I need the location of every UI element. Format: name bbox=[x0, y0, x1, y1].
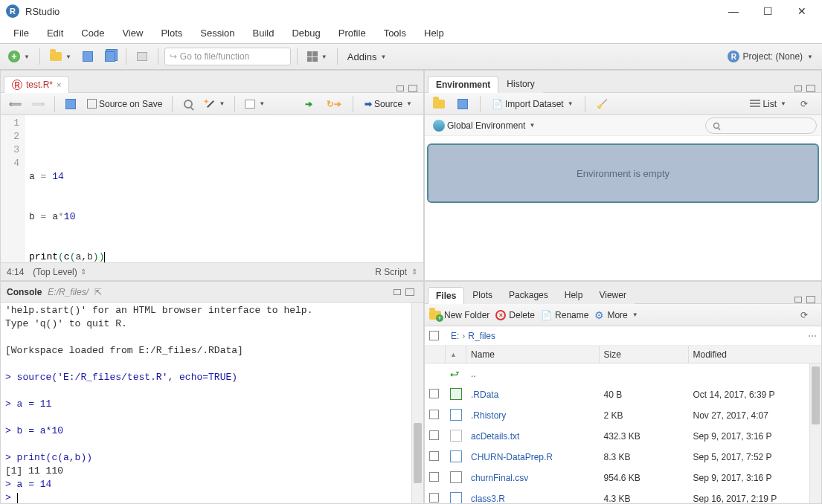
tab-files[interactable]: Files bbox=[428, 287, 464, 304]
file-row[interactable]: class3.R4.3 KBSep 16, 2017, 2:19 P bbox=[425, 488, 821, 503]
minimize-pane-icon[interactable] bbox=[794, 85, 802, 91]
console-path: E:/R_files/ bbox=[48, 287, 89, 297]
tab-help[interactable]: Help bbox=[556, 286, 591, 304]
file-type[interactable]: R Script bbox=[375, 267, 407, 277]
env-scope-bar: Global Environment▼ bbox=[425, 115, 821, 136]
refresh-files-button[interactable]: ⟳ bbox=[794, 306, 814, 325]
folder-plus-icon: + bbox=[429, 311, 441, 320]
tab-viewer[interactable]: Viewer bbox=[591, 286, 634, 304]
code-area[interactable]: a = 14 b = a*10 print(c(a,b)) bbox=[25, 115, 105, 262]
minimize-pane-icon[interactable] bbox=[394, 289, 401, 295]
menu-plots[interactable]: Plots bbox=[153, 25, 190, 42]
col-size[interactable]: Size bbox=[600, 346, 689, 363]
files-scrollbar[interactable] bbox=[809, 364, 821, 503]
col-modified[interactable]: Modified bbox=[689, 346, 822, 363]
file-row[interactable]: .Rhistory2 KBNov 27, 2017, 4:07 bbox=[425, 405, 821, 426]
close-button[interactable]: ✕ bbox=[792, 5, 812, 17]
file-row[interactable]: CHURN-DataPrep.R8.3 KBSep 5, 2017, 7:52 … bbox=[425, 447, 821, 468]
breadcrumb-folder[interactable]: R_files bbox=[468, 331, 495, 341]
menu-build[interactable]: Build bbox=[245, 25, 282, 42]
menu-debug[interactable]: Debug bbox=[284, 25, 327, 42]
breadcrumb-drive[interactable]: E: bbox=[451, 331, 459, 341]
find-button[interactable] bbox=[179, 94, 198, 114]
addins-button[interactable]: Addins▼ bbox=[344, 47, 391, 66]
console-scrollbar[interactable] bbox=[411, 303, 423, 503]
save-workspace-button[interactable] bbox=[453, 94, 472, 114]
refresh-env-button[interactable]: ⟳ bbox=[794, 94, 814, 114]
source-script-button[interactable]: ➡Source▼ bbox=[361, 94, 416, 114]
broom-icon: 🧹 bbox=[597, 98, 609, 110]
import-dataset-button[interactable]: 📄Import Dataset▼ bbox=[488, 94, 577, 114]
breadcrumb-more[interactable]: ⋯ bbox=[808, 331, 817, 341]
goto-file-input[interactable]: ↪Go to file/function bbox=[164, 48, 291, 65]
checkbox-icon bbox=[87, 99, 97, 109]
line-gutter: 1 2 3 4 bbox=[1, 115, 25, 262]
list-view-button[interactable]: List▼ bbox=[746, 94, 790, 114]
tab-packages[interactable]: Packages bbox=[501, 286, 556, 304]
source-tab-test[interactable]: R test.R* × bbox=[4, 76, 69, 93]
env-search-input[interactable] bbox=[705, 117, 817, 134]
console-popout-icon[interactable]: ⇱ bbox=[94, 287, 102, 297]
file-checkbox[interactable] bbox=[429, 389, 439, 398]
close-tab-icon[interactable]: × bbox=[57, 80, 61, 89]
select-all-checkbox[interactable] bbox=[429, 331, 439, 340]
menu-tools[interactable]: Tools bbox=[376, 25, 414, 42]
save-script-button[interactable] bbox=[61, 94, 80, 114]
more-button[interactable]: ⚙More▼ bbox=[594, 309, 638, 321]
compile-button[interactable]: ▼ bbox=[241, 94, 269, 114]
minimize-pane-icon[interactable] bbox=[396, 85, 404, 91]
file-checkbox[interactable] bbox=[429, 493, 439, 503]
wand-button[interactable]: ▼ bbox=[201, 94, 228, 114]
open-file-button[interactable]: ▼ bbox=[46, 47, 75, 66]
scope-selector[interactable]: (Top Level)⇕ bbox=[33, 267, 86, 277]
menu-profile[interactable]: Profile bbox=[331, 25, 373, 42]
file-row[interactable]: acDetails.txt432.3 KBSep 9, 2017, 3:16 P bbox=[425, 426, 821, 447]
maximize-pane-icon[interactable] bbox=[405, 288, 414, 296]
menubar: File Edit Code View Plots Session Build … bbox=[0, 22, 822, 43]
forward-button[interactable]: ⟹ bbox=[28, 94, 48, 114]
print-button[interactable] bbox=[132, 47, 152, 66]
code-editor[interactable]: 1 2 3 4 a = 14 b = a*10 print(c(a,b)) bbox=[1, 115, 423, 262]
back-button[interactable]: ⟸ bbox=[5, 94, 25, 114]
workspace-panes-button[interactable]: ▼ bbox=[304, 47, 331, 66]
file-row[interactable]: .RData40 BOct 14, 2017, 6:39 P bbox=[425, 384, 821, 405]
new-file-button[interactable]: +▼ bbox=[4, 47, 33, 66]
run-button[interactable]: ➔ bbox=[299, 94, 318, 114]
source-on-save-check[interactable]: Source on Save bbox=[83, 94, 166, 114]
menu-code[interactable]: Code bbox=[74, 25, 112, 42]
tab-history[interactable]: History bbox=[498, 75, 542, 93]
grid-icon bbox=[307, 51, 318, 62]
menu-help[interactable]: Help bbox=[417, 25, 452, 42]
project-selector[interactable]: R Project: (None) ▼ bbox=[723, 51, 818, 62]
col-name[interactable]: Name bbox=[466, 346, 600, 363]
save-all-button[interactable] bbox=[100, 47, 120, 66]
main-toolbar: +▼ ▼ ↪Go to file/function ▼ Addins▼ R Pr… bbox=[0, 43, 822, 70]
clear-workspace-button[interactable]: 🧹 bbox=[593, 94, 612, 114]
file-row-up[interactable]: ⮐ .. bbox=[425, 364, 821, 384]
env-scope-selector[interactable]: Global Environment▼ bbox=[429, 116, 539, 135]
load-workspace-button[interactable] bbox=[429, 94, 449, 114]
minimize-button[interactable]: — bbox=[724, 5, 743, 17]
rename-button[interactable]: 📄Rename bbox=[541, 310, 588, 320]
minimize-pane-icon[interactable] bbox=[794, 297, 802, 303]
maximize-button[interactable]: ☐ bbox=[758, 5, 777, 17]
menu-view[interactable]: View bbox=[115, 25, 150, 42]
file-checkbox[interactable] bbox=[429, 410, 439, 419]
console-body[interactable]: 'help.start()' for an HTML browser inter… bbox=[1, 303, 423, 503]
file-checkbox[interactable] bbox=[429, 472, 439, 482]
menu-session[interactable]: Session bbox=[193, 25, 242, 42]
new-folder-button[interactable]: +New Folder bbox=[429, 310, 489, 320]
maximize-pane-icon[interactable] bbox=[806, 85, 815, 92]
rerun-button[interactable]: ↻➔ bbox=[323, 94, 345, 114]
menu-file[interactable]: File bbox=[6, 25, 36, 42]
delete-button[interactable]: ×Delete bbox=[495, 310, 535, 320]
maximize-pane-icon[interactable] bbox=[806, 296, 815, 303]
save-button[interactable] bbox=[78, 47, 97, 66]
tab-environment[interactable]: Environment bbox=[428, 76, 498, 93]
maximize-pane-icon[interactable] bbox=[408, 85, 417, 92]
file-row[interactable]: churnFinal.csv954.6 KBSep 9, 2017, 3:16 … bbox=[425, 468, 821, 488]
file-checkbox[interactable] bbox=[429, 451, 439, 461]
menu-edit[interactable]: Edit bbox=[39, 25, 71, 42]
tab-plots[interactable]: Plots bbox=[464, 286, 501, 304]
file-checkbox[interactable] bbox=[429, 430, 439, 440]
